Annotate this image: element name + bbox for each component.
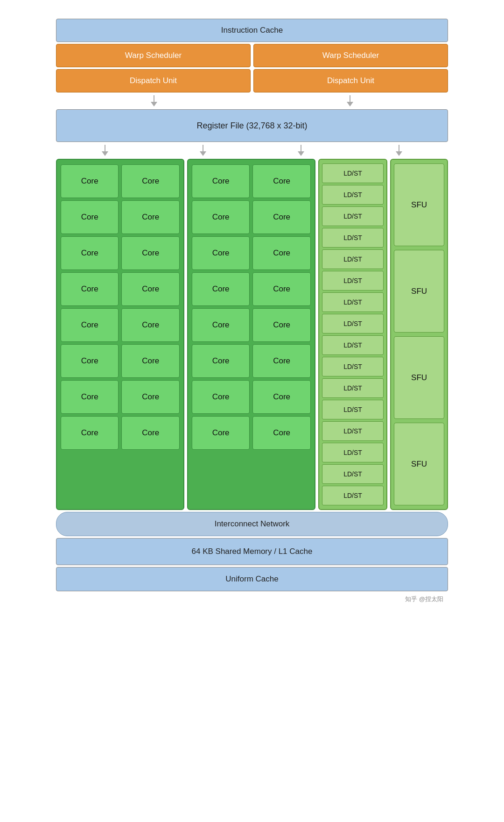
core-cell: Core bbox=[61, 236, 119, 270]
core-cell: Core bbox=[121, 236, 179, 270]
register-file-label: Register File (32,768 x 32-bit) bbox=[196, 121, 307, 131]
core-cell: Core bbox=[61, 200, 119, 234]
ldst-cell: LD/ST bbox=[322, 378, 384, 398]
core-row: CoreCore bbox=[61, 236, 180, 270]
dispatch-unit-1: Dispatch Unit bbox=[56, 69, 251, 92]
core-cell: Core bbox=[121, 344, 179, 378]
core-cell: Core bbox=[121, 164, 179, 198]
ldst-cell: LD/ST bbox=[322, 421, 384, 441]
core-cell: Core bbox=[121, 272, 179, 306]
shared-memory-label: 64 KB Shared Memory / L1 Cache bbox=[192, 547, 313, 556]
core-row: CoreCore bbox=[192, 236, 311, 270]
instruction-cache-block: Instruction Cache bbox=[56, 19, 448, 42]
arrow-exec-3 bbox=[298, 145, 304, 156]
ldst-cell: LD/ST bbox=[322, 292, 384, 312]
core-cell: Core bbox=[192, 164, 250, 198]
core-cell: Core bbox=[192, 272, 250, 306]
core-cell: Core bbox=[252, 416, 310, 450]
core-cell: Core bbox=[61, 164, 119, 198]
core-row: CoreCore bbox=[192, 308, 311, 342]
core-row: CoreCore bbox=[192, 272, 311, 306]
core-cell: Core bbox=[252, 200, 310, 234]
arrow-exec-2 bbox=[200, 145, 206, 156]
core-cell: Core bbox=[192, 308, 250, 342]
core-row: CoreCore bbox=[61, 272, 180, 306]
core-row: CoreCore bbox=[61, 344, 180, 378]
arrows-to-exec bbox=[56, 144, 448, 157]
core-cell: Core bbox=[252, 344, 310, 378]
ldst-cell: LD/ST bbox=[322, 314, 384, 333]
core-cell: Core bbox=[121, 416, 179, 450]
core-cell: Core bbox=[192, 200, 250, 234]
watermark: 知乎 @捏太阳 bbox=[56, 593, 448, 603]
ldst-cell: LD/ST bbox=[322, 185, 384, 205]
interconnect-label: Interconnect Network bbox=[215, 519, 290, 529]
execution-section: CoreCoreCoreCoreCoreCoreCoreCoreCoreCore… bbox=[56, 159, 448, 510]
ldst-cell: LD/ST bbox=[322, 228, 384, 248]
core-cell: Core bbox=[252, 236, 310, 270]
core-row: CoreCore bbox=[61, 380, 180, 414]
warp-scheduler-row: Warp Scheduler Warp Scheduler bbox=[56, 44, 448, 67]
core-row: CoreCore bbox=[61, 164, 180, 198]
sfu-cell: SFU bbox=[394, 336, 444, 419]
ldst-group: LD/STLD/STLD/STLD/STLD/STLD/STLD/STLD/ST… bbox=[318, 159, 387, 510]
core-cell: Core bbox=[61, 272, 119, 306]
arrow-exec-4 bbox=[396, 145, 402, 156]
ldst-cell: LD/ST bbox=[322, 464, 384, 484]
core-row: CoreCore bbox=[192, 344, 311, 378]
core-cell: Core bbox=[252, 272, 310, 306]
core-row: CoreCore bbox=[61, 416, 180, 450]
core-row: CoreCore bbox=[192, 200, 311, 234]
core-cell: Core bbox=[121, 200, 179, 234]
core-row: CoreCore bbox=[192, 164, 311, 198]
ldst-cell: LD/ST bbox=[322, 163, 384, 183]
ldst-cell: LD/ST bbox=[322, 335, 384, 355]
ldst-cell: LD/ST bbox=[322, 357, 384, 376]
core-cell: Core bbox=[61, 416, 119, 450]
core-cell: Core bbox=[252, 164, 310, 198]
dispatch-unit-row: Dispatch Unit Dispatch Unit bbox=[56, 69, 448, 92]
core-row: CoreCore bbox=[192, 380, 311, 414]
core-cell: Core bbox=[121, 308, 179, 342]
ldst-cell: LD/ST bbox=[322, 206, 384, 226]
core-cell: Core bbox=[192, 344, 250, 378]
sfu-cell: SFU bbox=[394, 423, 444, 505]
core-group-1: CoreCoreCoreCoreCoreCoreCoreCoreCoreCore… bbox=[56, 159, 184, 510]
register-file-block: Register File (32,768 x 32-bit) bbox=[56, 109, 448, 142]
core-cell: Core bbox=[121, 380, 179, 414]
core-cell: Core bbox=[252, 308, 310, 342]
shared-memory-block: 64 KB Shared Memory / L1 Cache bbox=[56, 538, 448, 565]
ldst-cell: LD/ST bbox=[322, 400, 384, 419]
arrows-to-regfile bbox=[56, 94, 448, 107]
diagram-wrapper: Instruction Cache Warp Scheduler Warp Sc… bbox=[51, 9, 453, 613]
core-cell: Core bbox=[61, 344, 119, 378]
core-cell: Core bbox=[192, 236, 250, 270]
instruction-cache-label: Instruction Cache bbox=[221, 26, 283, 35]
core-cell: Core bbox=[192, 416, 250, 450]
sfu-cell: SFU bbox=[394, 250, 444, 333]
core-row: CoreCore bbox=[61, 308, 180, 342]
warp-scheduler-2: Warp Scheduler bbox=[253, 44, 448, 67]
interconnect-block: Interconnect Network bbox=[56, 512, 448, 536]
warp-scheduler-1: Warp Scheduler bbox=[56, 44, 251, 67]
ldst-cell: LD/ST bbox=[322, 271, 384, 291]
ldst-cell: LD/ST bbox=[322, 443, 384, 462]
arrow-exec-1 bbox=[102, 145, 108, 156]
core-group-2: CoreCoreCoreCoreCoreCoreCoreCoreCoreCore… bbox=[187, 159, 315, 510]
sfu-group: SFUSFUSFUSFU bbox=[390, 159, 448, 510]
core-cell: Core bbox=[61, 308, 119, 342]
dispatch-unit-2: Dispatch Unit bbox=[253, 69, 448, 92]
core-cell: Core bbox=[192, 380, 250, 414]
core-row: CoreCore bbox=[192, 416, 311, 450]
core-cell: Core bbox=[252, 380, 310, 414]
uniform-cache-label: Uniform Cache bbox=[225, 574, 278, 584]
ldst-cell: LD/ST bbox=[322, 249, 384, 269]
core-row: CoreCore bbox=[61, 200, 180, 234]
sfu-cell: SFU bbox=[394, 163, 444, 246]
uniform-cache-block: Uniform Cache bbox=[56, 567, 448, 591]
arrow-2 bbox=[347, 95, 353, 106]
ldst-cell: LD/ST bbox=[322, 486, 384, 505]
arrow-1 bbox=[151, 95, 157, 106]
core-cell: Core bbox=[61, 380, 119, 414]
